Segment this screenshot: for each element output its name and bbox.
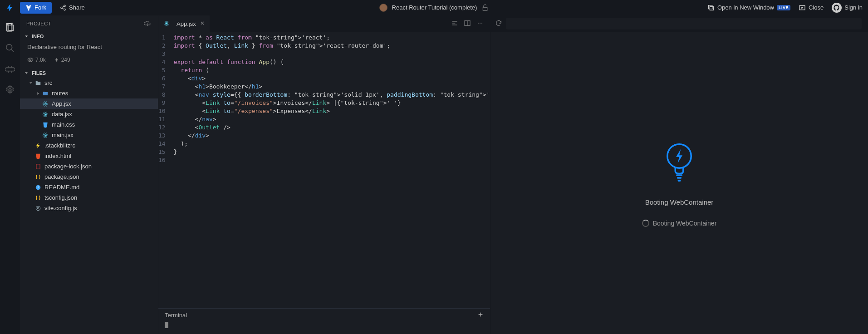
editor-tab[interactable]: App.jsx	[158, 15, 210, 32]
json-file-icon	[34, 194, 42, 201]
github-icon	[832, 3, 842, 13]
info-description: Declarative routing for React	[20, 41, 158, 55]
tab-label: App.jsx	[177, 20, 196, 27]
fork-button[interactable]: Fork	[20, 2, 52, 14]
ports-tab-icon[interactable]	[5, 64, 15, 74]
folder-icon	[34, 79, 42, 87]
close-label: Close	[809, 4, 824, 11]
file-package-lock[interactable]: package-lock.json	[20, 161, 158, 172]
external-window-icon	[707, 4, 715, 11]
chevron-down-icon	[24, 34, 29, 39]
json-file-icon	[34, 173, 42, 181]
format-icon[interactable]	[451, 20, 458, 28]
chevron-down-icon	[28, 80, 34, 86]
react-file-icon	[42, 132, 49, 139]
new-terminal-icon[interactable]	[477, 311, 484, 319]
live-badge: LIVE	[777, 5, 790, 10]
terminal-panel: Terminal	[158, 308, 490, 334]
project-title-area: React Router Tutorial (complete)	[379, 4, 489, 12]
file-app-jsx[interactable]: App.jsx	[20, 98, 158, 109]
project-title[interactable]: React Router Tutorial (complete)	[392, 4, 477, 11]
close-button[interactable]: Close	[799, 4, 824, 11]
html-file-icon	[34, 152, 42, 160]
svg-point-15	[45, 113, 46, 114]
svg-rect-3	[709, 5, 712, 9]
svg-point-11	[45, 103, 46, 104]
preview-toolbar	[490, 15, 868, 32]
svg-point-9	[9, 88, 11, 91]
activity-bar	[0, 15, 20, 334]
eye-icon	[27, 57, 34, 63]
svg-point-0	[64, 5, 66, 6]
react-file-icon	[163, 20, 170, 27]
svg-text:i: i	[38, 186, 39, 189]
bolt-file-icon	[34, 142, 42, 149]
svg-point-2	[64, 9, 66, 10]
sidebar-title: PROJECT	[26, 21, 51, 26]
svg-point-26	[37, 207, 39, 209]
fork-small-icon	[54, 57, 59, 63]
fork-icon	[25, 5, 32, 11]
css-file-icon	[42, 121, 49, 128]
svg-point-10	[29, 59, 31, 61]
topbar: Fork Share React Router Tutorial (comple…	[0, 0, 868, 15]
fork-label: Fork	[34, 4, 46, 11]
file-stackblitzrc[interactable]: .stackblitzrc	[20, 140, 158, 151]
code-editor[interactable]: 12345678910111213141516 import * as Reac…	[158, 32, 490, 308]
folder-src[interactable]: src	[20, 78, 158, 88]
share-button[interactable]: Share	[56, 2, 88, 14]
lock-open-icon	[481, 4, 489, 11]
chevron-right-icon	[35, 91, 41, 96]
open-new-window-button[interactable]: Open in New Window LIVE	[707, 4, 790, 11]
svg-point-8	[6, 44, 12, 50]
svg-point-19	[45, 134, 46, 135]
sidebar: PROJECT INFO Declarative routing for Rea…	[20, 15, 158, 334]
info-section-label: INFO	[32, 34, 44, 39]
file-tsconfig[interactable]: tsconfig.json	[20, 192, 158, 203]
file-package-json[interactable]: package.json	[20, 172, 158, 182]
info-section-toggle[interactable]: INFO	[20, 32, 158, 41]
info-file-icon: i	[34, 184, 42, 191]
preview-body: Booting WebContainer Booting WebContaine…	[490, 32, 868, 334]
file-data-jsx[interactable]: data.jsx	[20, 109, 158, 119]
owner-avatar[interactable]	[379, 4, 387, 12]
sign-in-label: Sign in	[844, 4, 863, 11]
settings-tab-icon[interactable]	[5, 84, 15, 95]
file-main-jsx[interactable]: main.jsx	[20, 130, 158, 140]
svg-rect-39	[678, 180, 681, 182]
file-main-css[interactable]: main.css	[20, 119, 158, 130]
loading-spinner-icon	[642, 220, 649, 227]
file-index-html[interactable]: index.html	[20, 151, 158, 161]
terminal-body[interactable]	[158, 322, 490, 329]
views-stat: 7.0k	[27, 57, 46, 63]
config-file-icon	[34, 205, 42, 212]
files-section-label: FILES	[32, 70, 46, 76]
svg-point-27	[36, 206, 40, 210]
sign-in-button[interactable]: Sign in	[832, 3, 863, 13]
reload-preview-icon[interactable]	[495, 20, 502, 28]
file-tree: src routes App.jsx data.jsx	[20, 78, 158, 213]
explorer-tab-icon[interactable]	[5, 22, 15, 33]
cloud-download-icon[interactable]	[143, 20, 152, 28]
folder-icon	[42, 90, 49, 97]
stackblitz-logo-icon[interactable]	[0, 3, 20, 12]
preview-url-bar[interactable]	[506, 18, 862, 29]
file-readme[interactable]: i README.md	[20, 182, 158, 192]
search-tab-icon[interactable]	[5, 43, 15, 54]
folder-routes[interactable]: routes	[20, 88, 158, 98]
svg-rect-38	[677, 177, 682, 179]
open-new-window-label: Open in New Window	[717, 4, 774, 11]
react-file-icon	[42, 111, 49, 118]
svg-point-34	[480, 23, 481, 24]
file-vite-config[interactable]: vite.config.js	[20, 203, 158, 213]
share-icon	[60, 5, 66, 11]
files-section-toggle[interactable]: FILES	[20, 69, 158, 78]
terminal-label[interactable]: Terminal	[165, 312, 187, 319]
more-icon[interactable]	[476, 20, 484, 28]
close-tab-icon[interactable]	[200, 20, 205, 27]
chevron-down-icon	[24, 70, 29, 76]
svg-point-28	[166, 23, 167, 24]
svg-rect-37	[676, 174, 682, 176]
json-lock-icon	[34, 163, 42, 170]
split-editor-icon[interactable]	[464, 20, 471, 28]
